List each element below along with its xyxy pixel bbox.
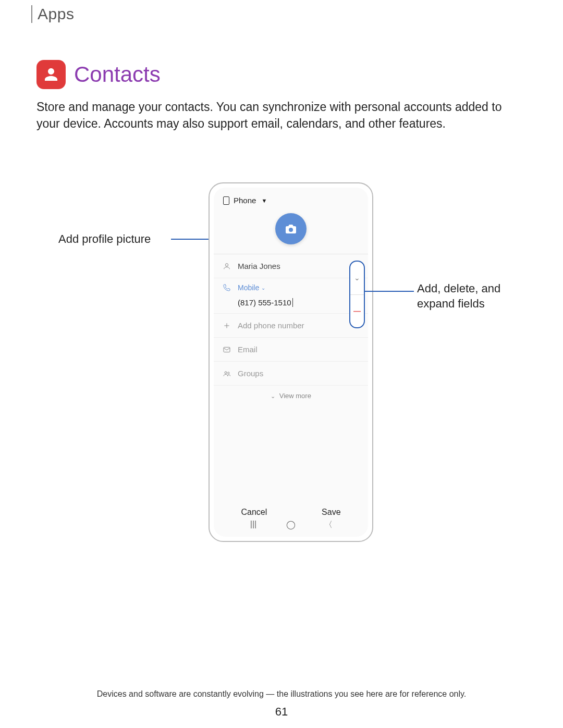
disclaimer-text: Devices and software are constantly evol… <box>0 689 563 699</box>
svg-point-0 <box>225 263 228 266</box>
page-title: Contacts <box>74 62 161 87</box>
minus-icon: — <box>353 307 361 315</box>
storage-selector[interactable]: Phone ▼ <box>214 188 368 209</box>
phone-field[interactable]: Mobile ⌄ (817) 555-1510 <box>214 278 368 314</box>
phone-icon <box>222 283 231 292</box>
add-phone-row[interactable]: Add phone number <box>214 314 368 338</box>
chevron-down-icon: ⌄ <box>261 285 265 291</box>
callout-line-right <box>365 291 414 292</box>
field-controls-callout-group: ⌄ — <box>349 261 365 328</box>
cancel-button[interactable]: Cancel <box>241 508 267 517</box>
groups-label: Groups <box>238 369 263 378</box>
plus-icon <box>222 322 231 330</box>
page-number: 61 <box>0 705 563 719</box>
callout-profile-picture: Add profile picture <box>58 232 151 246</box>
add-profile-picture-button[interactable] <box>275 213 307 244</box>
breadcrumb: Apps <box>31 5 74 23</box>
chevron-down-icon: ⌄ <box>354 274 360 282</box>
home-nav-icon[interactable]: ◯ <box>286 520 296 530</box>
svg-point-3 <box>228 372 229 374</box>
view-more-button[interactable]: ⌄ View more <box>214 386 368 406</box>
group-icon <box>222 369 231 378</box>
sim-icon <box>223 196 229 205</box>
expand-field-button[interactable]: ⌄ <box>350 262 364 294</box>
delete-field-button[interactable]: — <box>350 295 364 328</box>
email-label: Email <box>238 345 258 354</box>
person-icon <box>222 262 231 270</box>
phone-mockup: Phone ▼ Maria Jones <box>209 182 373 542</box>
phone-type-selector[interactable]: Mobile ⌄ <box>238 283 265 292</box>
add-phone-label: Add phone number <box>238 321 304 330</box>
storage-label: Phone <box>234 196 256 205</box>
camera-icon <box>285 224 297 234</box>
save-button[interactable]: Save <box>322 508 340 517</box>
groups-field[interactable]: Groups <box>214 362 368 386</box>
contacts-app-icon <box>36 60 66 89</box>
back-nav-icon[interactable]: 〈 <box>324 520 333 530</box>
recents-nav-icon[interactable]: ||| <box>249 520 258 530</box>
callout-field-controls: Add, delete, and expand fields <box>417 281 532 311</box>
chevron-down-icon: ▼ <box>261 198 267 204</box>
svg-rect-1 <box>224 347 230 352</box>
name-field[interactable]: Maria Jones <box>214 254 368 278</box>
chevron-down-icon: ⌄ <box>271 393 275 399</box>
svg-point-2 <box>225 372 227 374</box>
intro-paragraph: Store and manage your contacts. You can … <box>36 98 516 132</box>
name-value: Maria Jones <box>238 262 280 270</box>
mail-icon <box>222 346 231 354</box>
email-field[interactable]: Email <box>214 338 368 362</box>
phone-number-value: (817) 555-1510 <box>238 298 293 307</box>
